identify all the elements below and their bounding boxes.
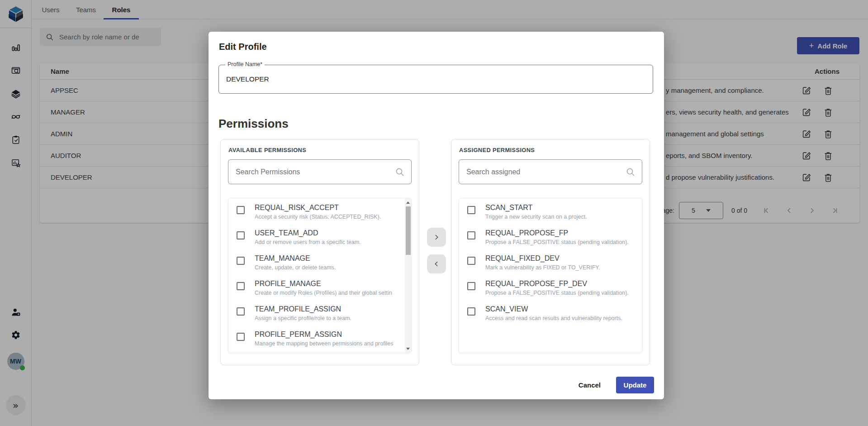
permission-description: Trigger a new security scan on a project… [485, 214, 587, 220]
permission-description: Mark a vulnerability as FIXED or TO_VERI… [485, 264, 600, 271]
permission-checkbox[interactable] [237, 231, 245, 239]
permission-name: TEAM_PROFILE_ASSIGN [255, 305, 351, 313]
scrollbar-thumb[interactable] [406, 206, 411, 255]
permission-description: Create or modify Roles (Profiles) and th… [255, 290, 392, 296]
permissions-heading: Permissions [218, 117, 289, 131]
permission-checkbox[interactable] [237, 282, 245, 290]
assigned-search-input[interactable] [460, 160, 641, 183]
permission-name: SCAN_VIEW [485, 305, 622, 313]
edit-profile-dialog: Edit Profile Profile Name* Permissions A… [209, 32, 664, 399]
permission-description: Propose a FALSE_POSITIVE status (pending… [485, 290, 629, 296]
permission-description: Assign a specific profile/role to a team… [255, 315, 351, 321]
permission-checkbox[interactable] [237, 206, 245, 214]
available-permissions-list: REQUAL_RISK_ACCEPT Accept a security ris… [228, 198, 412, 353]
list-item[interactable]: REQUAL_PROPOSE_FP Propose a FALSE_POSITI… [459, 229, 642, 254]
list-item[interactable]: REQUAL_FIXED_DEV Mark a vulnerability as… [459, 254, 642, 280]
permission-description: Accept a security risk (Status: ACCEPTED… [255, 214, 381, 220]
permission-name: REQUAL_PROPOSE_FP_DEV [485, 280, 629, 288]
list-item[interactable]: TEAM_MANAGE Create, update, or delete te… [228, 254, 405, 280]
permission-name: PROFILE_MANAGE [255, 280, 392, 288]
permission-checkbox[interactable] [237, 333, 245, 341]
cancel-button[interactable]: Cancel [579, 381, 601, 389]
permission-checkbox[interactable] [237, 257, 245, 265]
permission-name: SCAN_START [485, 204, 587, 212]
search-icon [626, 168, 635, 177]
list-item[interactable]: PROFILE_MANAGE Create or modify Roles (P… [228, 280, 405, 305]
assigned-search [459, 159, 642, 184]
list-item[interactable]: SCAN_START Trigger a new security scan o… [459, 204, 642, 229]
permission-checkbox[interactable] [467, 206, 475, 214]
permission-description: Create, update, or delete teams. [255, 264, 336, 271]
permission-checkbox[interactable] [237, 307, 245, 316]
assigned-permissions-list: SCAN_START Trigger a new security scan o… [459, 198, 642, 353]
permission-name: REQUAL_PROPOSE_FP [485, 229, 629, 237]
list-item[interactable]: SCAN_VIEW Access and read scan results a… [459, 305, 642, 330]
permission-description: Access and read scan results and vulnera… [485, 315, 622, 321]
permission-checkbox[interactable] [467, 231, 475, 239]
permission-name: PROFILE_PERM_ASSIGN [255, 330, 393, 339]
list-item[interactable]: REQUAL_PROPOSE_FP_DEV Propose a FALSE_PO… [459, 280, 642, 305]
list-item[interactable]: REQUAL_RISK_ACCEPT Accept a security ris… [228, 204, 405, 229]
profile-name-input[interactable] [219, 66, 652, 93]
scrollbar[interactable] [405, 198, 411, 353]
scroll-up-icon[interactable] [405, 199, 411, 206]
move-to-assigned-button[interactable] [427, 228, 446, 247]
search-icon [395, 168, 404, 177]
assigned-permissions-header: ASSIGNED PERMISSIONS [459, 147, 535, 153]
permission-name: USER_TEAM_ADD [255, 229, 361, 237]
available-search [228, 159, 412, 184]
chevron-right-icon [433, 234, 440, 241]
permission-checkbox[interactable] [467, 307, 475, 316]
chevron-left-icon [433, 260, 440, 268]
scroll-down-icon[interactable] [405, 345, 411, 352]
available-permissions-panel: AVAILABLE PERMISSIONS REQUAL_RISK_ACCEPT… [220, 139, 419, 365]
permission-description: Manage the mapping between permissions a… [255, 340, 393, 347]
permission-description: Propose a FALSE_POSITIVE status (pending… [485, 239, 629, 245]
permission-name: REQUAL_RISK_ACCEPT [255, 204, 381, 212]
profile-name-field: Profile Name* [218, 65, 653, 94]
dialog-title: Edit Profile [219, 42, 267, 52]
list-item[interactable]: PROFILE_PERM_ASSIGN Manage the mapping b… [228, 330, 405, 353]
assigned-permissions-panel: ASSIGNED PERMISSIONS SCAN_START Trigger … [451, 139, 650, 365]
permission-checkbox[interactable] [467, 282, 475, 290]
list-item[interactable]: TEAM_PROFILE_ASSIGN Assign a specific pr… [228, 305, 405, 330]
available-permissions-header: AVAILABLE PERMISSIONS [228, 147, 306, 153]
update-button[interactable]: Update [616, 377, 654, 393]
move-to-available-button[interactable] [427, 254, 446, 273]
permission-description: Add or remove users from a specific team… [255, 239, 361, 245]
permission-name: TEAM_MANAGE [255, 254, 336, 263]
list-item[interactable]: USER_TEAM_ADD Add or remove users from a… [228, 229, 405, 254]
available-search-input[interactable] [229, 160, 411, 183]
permission-name: REQUAL_FIXED_DEV [485, 254, 600, 263]
permission-checkbox[interactable] [467, 257, 475, 265]
